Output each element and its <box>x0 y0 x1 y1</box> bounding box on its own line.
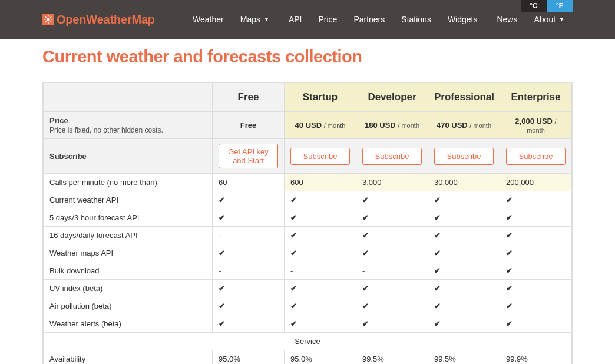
svg-point-0 <box>47 18 49 21</box>
brand-link[interactable]: OpenWeatherMap <box>42 13 155 27</box>
feature-label: Bulk download <box>44 262 213 280</box>
caret-down-icon: ▼ <box>559 16 564 22</box>
nav-price[interactable]: Price <box>310 0 345 39</box>
nav-maps[interactable]: Maps▼ <box>232 0 277 39</box>
feature-cell: ✔ <box>213 280 285 297</box>
get-api-key-button[interactable]: Get API key and Start <box>219 144 278 168</box>
price-developer: 180 USD / month <box>356 112 428 139</box>
feature-cell: ✔ <box>428 209 500 227</box>
calls-row: Calls per minute (no more than) 60 600 3… <box>44 174 572 191</box>
feature-cell: ✔ <box>500 297 571 315</box>
feature-cell: - <box>356 262 428 280</box>
subscribe-button[interactable]: Subscribe <box>290 148 350 165</box>
subscribe-row-header: Subscribe <box>44 139 213 174</box>
feature-label: UV index (beta) <box>44 280 213 297</box>
subscribe-row: Subscribe Get API key and Start Subscrib… <box>44 139 572 174</box>
nav-label: API <box>289 15 302 24</box>
subscribe-button[interactable]: Subscribe <box>506 148 566 165</box>
price-row: Price Price is fixed, no other hidden co… <box>44 112 572 139</box>
feature-cell: ✔ <box>428 297 500 315</box>
nav-partners[interactable]: Partners <box>345 0 393 39</box>
price-value: 2,000 USD <box>515 117 553 125</box>
availability-cell: 99.5% <box>356 350 428 365</box>
price-enterprise: 2,000 USD / month <box>500 112 571 139</box>
subscribe-label: Subscribe <box>49 152 87 161</box>
feature-cell: ✔ <box>500 280 571 297</box>
svg-rect-2 <box>48 22 48 24</box>
feature-row: 16 days/daily forecast API-✔✔✔✔ <box>44 227 572 244</box>
feature-cell: ✔ <box>285 191 356 209</box>
svg-rect-7 <box>50 16 52 18</box>
price-value: 470 USD <box>437 121 468 130</box>
svg-rect-5 <box>45 16 47 18</box>
calls-professional: 30,000 <box>428 174 500 191</box>
calls-developer: 3,000 <box>356 174 428 191</box>
feature-cell: ✔ <box>213 244 285 262</box>
svg-rect-6 <box>50 21 52 23</box>
availability-cell: 99.5% <box>428 350 500 365</box>
feature-cell: ✔ <box>356 315 428 333</box>
feature-label: Weather maps API <box>44 244 213 262</box>
feature-cell: ✔ <box>285 209 356 227</box>
availability-label: Availability <box>44 350 213 365</box>
feature-cell: ✔ <box>213 297 285 315</box>
unit-toggle: °C °F <box>521 0 573 12</box>
feature-label: Weather alerts (beta) <box>44 315 213 333</box>
empty-header <box>44 83 213 112</box>
nav-stations[interactable]: Stations <box>393 0 439 39</box>
price-permonth: / month <box>324 122 346 129</box>
availability-cell: 99.9% <box>500 350 571 365</box>
subscribe-button[interactable]: Subscribe <box>362 148 422 165</box>
subscribe-button[interactable]: Subscribe <box>434 148 494 165</box>
nav-weather[interactable]: Weather <box>184 0 232 39</box>
caret-down-icon: ▼ <box>264 16 269 22</box>
feature-cell: ✔ <box>213 315 285 333</box>
price-professional: 470 USD / month <box>428 112 500 139</box>
feature-label: 16 days/daily forecast API <box>44 227 213 244</box>
nav-api[interactable]: API <box>280 0 310 39</box>
feature-cell: - <box>213 227 285 244</box>
nav-label: Partners <box>353 15 385 24</box>
price-label: Price <box>49 116 68 125</box>
plan-header-developer: Developer <box>356 83 428 112</box>
feature-row: Current weather API✔✔✔✔✔ <box>44 191 572 209</box>
nav-links: Weather Maps▼ API Price Partners Station… <box>184 0 573 39</box>
subscribe-cell-professional: Subscribe <box>428 139 500 174</box>
feature-cell: ✔ <box>500 315 571 333</box>
nav-label: Maps <box>240 15 260 24</box>
availability-cell: 95.0% <box>213 350 285 365</box>
unit-fahrenheit-button[interactable]: °F <box>547 0 573 12</box>
navbar: °C °F OpenWeatherMap Weather Maps▼ API P… <box>0 0 615 39</box>
brand-sun-icon <box>42 14 54 25</box>
nav-label: Stations <box>401 15 431 24</box>
price-value: 180 USD <box>365 121 396 130</box>
feature-cell: ✔ <box>356 297 428 315</box>
feature-label: Air pollution (beta) <box>44 297 213 315</box>
service-header-row: Service <box>44 333 572 350</box>
feature-cell: ✔ <box>428 280 500 297</box>
subscribe-cell-enterprise: Subscribe <box>500 139 571 174</box>
subscribe-cell-developer: Subscribe <box>356 139 428 174</box>
feature-row: UV index (beta)✔✔✔✔✔ <box>44 280 572 297</box>
nav-label: Widgets <box>448 15 478 24</box>
nav-divider <box>487 12 487 27</box>
price-permonth: / month <box>469 122 491 129</box>
feature-row: Weather maps API✔✔✔✔✔ <box>44 244 572 262</box>
feature-cell: ✔ <box>213 191 285 209</box>
nav-label: About <box>534 15 556 24</box>
feature-cell: ✔ <box>213 209 285 227</box>
plan-header-startup: Startup <box>285 83 356 112</box>
svg-rect-4 <box>51 19 53 19</box>
feature-cell: ✔ <box>428 227 500 244</box>
feature-cell: ✔ <box>356 209 428 227</box>
subscribe-cell-startup: Subscribe <box>285 139 356 174</box>
price-permonth: / month <box>398 122 419 129</box>
nav-widgets[interactable]: Widgets <box>439 0 486 39</box>
feature-cell: ✔ <box>428 244 500 262</box>
feature-cell: ✔ <box>356 244 428 262</box>
feature-cell: ✔ <box>356 227 428 244</box>
feature-cell: ✔ <box>285 280 356 297</box>
unit-celsius-button[interactable]: °C <box>521 0 547 12</box>
subscribe-cell-free: Get API key and Start <box>213 139 285 174</box>
nav-divider <box>279 12 279 27</box>
